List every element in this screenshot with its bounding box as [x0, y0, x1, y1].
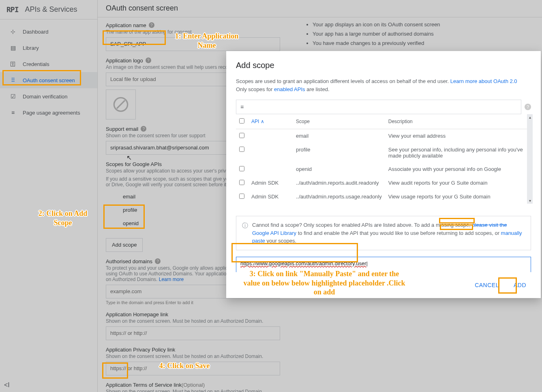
- field-label: Application logo: [106, 58, 143, 64]
- page-header: OAuth consent screen: [98, 0, 542, 17]
- cell-api: [248, 143, 293, 162]
- field-homepage-link: Application Homepage link Shown on the c…: [106, 311, 280, 340]
- privacy-link-input[interactable]: [106, 362, 280, 375]
- field-help: The name of the app asking for consent: [106, 29, 280, 35]
- dialog-desc: Scopes are used to grant an application …: [236, 77, 531, 93]
- row-checkbox[interactable]: [239, 147, 244, 152]
- dialog-cancel-button[interactable]: CANCEL: [469, 279, 505, 292]
- row-checkbox[interactable]: [239, 133, 244, 138]
- enabled-apis-link[interactable]: enabled APIs: [274, 86, 305, 92]
- help-icon[interactable]: ?: [149, 22, 154, 28]
- gcp-api-logo: RPI: [6, 5, 19, 14]
- sidebar-item-oauth-consent[interactable]: ⠿ OAuth consent screen: [0, 72, 97, 88]
- scope-row: email View your email address: [236, 129, 531, 143]
- key-icon: ⚿: [8, 61, 18, 67]
- cell-desc: View your email address: [385, 129, 531, 143]
- scroll-up-icon[interactable]: ▴: [529, 115, 531, 119]
- sort-asc-icon: ∧: [261, 119, 264, 124]
- learn-oauth-link[interactable]: Learn more about OAuth 2.0: [450, 78, 517, 84]
- scope-row: profile See your personal info, includin…: [236, 143, 531, 162]
- domain-hint: Type in the domain and press Enter to ad…: [106, 300, 280, 305]
- col-scope[interactable]: Scope: [293, 114, 385, 129]
- cell-desc: View usage reports for your G Suite doma…: [385, 190, 531, 204]
- scope-row: Admin SDK ../auth/admin.reports.audit.re…: [236, 176, 531, 190]
- sidebar-item-page-usage-agreements[interactable]: ≡ Page usage agreements: [0, 104, 97, 121]
- side-note: Your app has a large number of authorise…: [313, 31, 458, 37]
- cell-scope: ../auth/admin.reports.audit.readonly: [293, 176, 385, 190]
- logo-preview-placeholder: [106, 89, 136, 119]
- application-name-input[interactable]: [106, 37, 280, 51]
- consent-icon: ⠿: [8, 77, 18, 83]
- col-api[interactable]: API ∧: [248, 114, 293, 129]
- missing-scope-info: ⓘ Cannot find a scope? Only scopes for e…: [236, 216, 531, 250]
- visit-api-library-link[interactable]: please visit the: [472, 222, 507, 228]
- help-icon[interactable]: ?: [155, 258, 161, 264]
- collapse-sidebar-icon[interactable]: <I: [0, 378, 97, 392]
- field-label: Application name: [106, 22, 146, 28]
- cell-desc: See your personal info, including any pe…: [385, 143, 531, 162]
- field-label: Application Privacy Policy link: [106, 347, 175, 353]
- pasted-scope-value: https://www.googleapis.com/auth/admin.di…: [240, 260, 366, 266]
- scope-table: API ∧ Scope Description email View your …: [236, 114, 531, 204]
- help-icon[interactable]: ?: [141, 126, 146, 132]
- add-scope-button[interactable]: Add scope: [106, 238, 143, 252]
- field-help: Shown on the consent screen. Must be hos…: [106, 318, 280, 324]
- sidebar-item-label: Credentials: [23, 61, 49, 67]
- cell-api: Admin SDK: [248, 190, 293, 204]
- select-all-checkbox[interactable]: [239, 118, 244, 124]
- col-description[interactable]: Description: [385, 114, 531, 129]
- optional-tag: (Optional): [182, 382, 205, 388]
- library-icon: ▤: [8, 45, 18, 51]
- field-label: Support email: [106, 126, 138, 132]
- filter-icon: ≡: [240, 104, 244, 110]
- field-privacy-link: Application Privacy Policy link Shown on…: [106, 347, 280, 375]
- cell-desc: Associate you with your personal info on…: [385, 162, 531, 176]
- dialog-add-button[interactable]: ADD: [508, 279, 532, 292]
- info-icon: ⓘ: [242, 221, 248, 245]
- learn-more-link[interactable]: Learn more: [159, 277, 184, 282]
- svg-line-1: [117, 100, 125, 109]
- sidebar-item-label: Dashboard: [23, 29, 49, 35]
- field-label: Scopes for Google APIs: [106, 161, 162, 167]
- field-label: Application Terms of Service link: [106, 382, 182, 388]
- field-help: Shown on the consent screen. Must be hos…: [106, 389, 280, 392]
- row-checkbox[interactable]: [239, 194, 244, 199]
- cell-api: Admin SDK: [248, 176, 293, 190]
- cell-scope: profile: [293, 143, 385, 162]
- dashboard-icon: ⊹: [8, 28, 18, 35]
- sidebar-item-library[interactable]: ▤ Library: [0, 40, 97, 56]
- scope-row: openid Associate you with your personal …: [236, 162, 531, 176]
- side-note: Your app displays an icon on its OAuth c…: [313, 21, 458, 28]
- sidebar-item-credentials[interactable]: ⚿ Credentials: [0, 56, 97, 72]
- manual-scope-input[interactable]: https://www.googleapis.com/auth/admin.di…: [236, 257, 531, 273]
- cell-api: [248, 129, 293, 143]
- sidebar-item-dashboard[interactable]: ⊹ Dashboard: [0, 23, 97, 40]
- product-header: RPI APIs & Services: [0, 0, 97, 19]
- scope-filter-input[interactable]: ≡: [236, 100, 521, 114]
- row-checkbox[interactable]: [239, 166, 244, 171]
- sidebar-item-label: OAuth consent screen: [23, 77, 75, 83]
- sidebar-item-label: Library: [23, 45, 39, 51]
- table-scrollbar[interactable]: ▴ ▾: [527, 114, 533, 204]
- page-title: OAuth consent screen: [106, 4, 178, 13]
- side-note: You have made changes to a previously ve…: [313, 40, 458, 46]
- help-icon[interactable]: ?: [525, 104, 531, 110]
- scope-row: Admin SDK ../auth/admin.reports.usage.re…: [236, 190, 531, 204]
- cell-scope: ../auth/admin.reports.usage.readonly: [293, 190, 385, 204]
- help-icon[interactable]: ?: [146, 58, 151, 63]
- sidebar: RPI APIs & Services ⊹ Dashboard ▤ Librar…: [0, 0, 98, 392]
- dialog-actions: CANCEL ADD: [226, 272, 541, 298]
- cell-scope: email: [293, 129, 385, 143]
- field-application-name: Application name ? The name of the app a…: [106, 22, 280, 51]
- field-help: Shown on the consent screen. Must be hos…: [106, 354, 280, 359]
- row-checkbox[interactable]: [239, 180, 244, 185]
- add-scope-dialog: Add scope Scopes are used to grant an ap…: [226, 51, 541, 298]
- dialog-title: Add scope: [236, 61, 531, 70]
- scroll-down-icon[interactable]: ▾: [529, 198, 531, 203]
- verify-icon: ☑: [8, 93, 18, 100]
- sidebar-item-label: Domain verification: [23, 94, 68, 100]
- api-library-link[interactable]: Google API Library: [252, 230, 296, 236]
- sidebar-item-domain-verification[interactable]: ☑ Domain verification: [0, 88, 97, 104]
- homepage-link-input[interactable]: [106, 326, 280, 340]
- sidebar-item-label: Page usage agreements: [23, 110, 80, 116]
